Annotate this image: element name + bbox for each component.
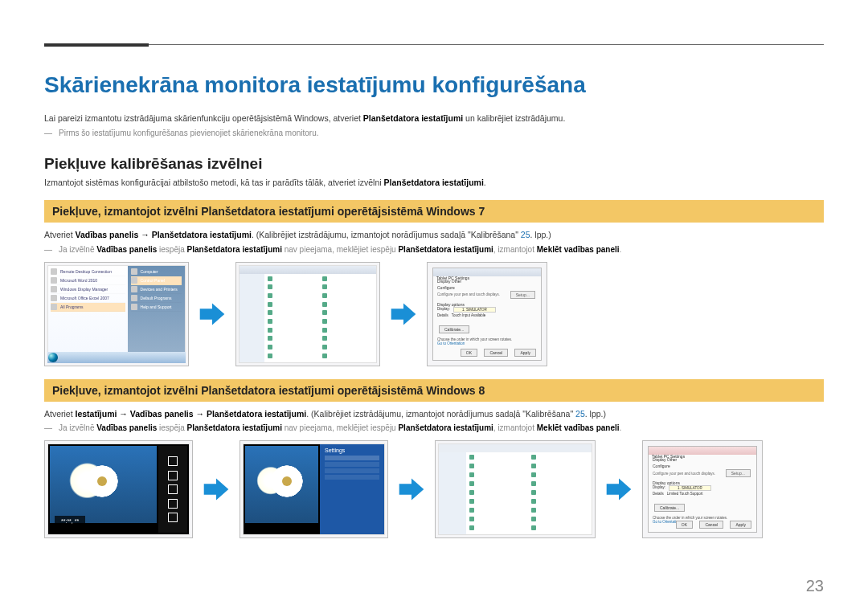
t: Control Panel <box>141 278 165 283</box>
t: All Programs <box>60 304 84 309</box>
sub-pre: Izmantojot sistēmas konfigurācijai atbil… <box>44 178 384 187</box>
start-orb-icon <box>48 353 58 362</box>
note-connect-monitor: Pirms šo iestatījumu konfigurēšanas piev… <box>44 129 824 137</box>
display-value: 1. SIMULATOR <box>453 307 496 313</box>
t: iespēja <box>157 423 186 432</box>
t: . lpp.) <box>585 409 606 419</box>
t: , izmantojot <box>493 423 537 432</box>
win7-note: Ja izvēlnē Vadības panelis iespēja Planš… <box>44 245 824 254</box>
t: Windows Display Manager <box>60 287 108 292</box>
intro-post: un kalibrējiet izstrādājumu. <box>463 113 565 123</box>
t: nav pieejama, meklējiet iespēju <box>282 245 399 254</box>
win8-note: Ja izvēlnē Vadības panelis iespēja Planš… <box>44 423 824 432</box>
t: , izmantojot <box>493 245 537 254</box>
t: Microsoft Office Excel 2007 <box>60 296 109 300</box>
calibrate-button: Calibrate... <box>439 325 469 333</box>
t: nav pieejama, meklējiet iespēju <box>282 423 399 432</box>
taskbar <box>47 352 186 363</box>
screenshot-win7-start-menu: Remote Desktop Connection Microsoft Word… <box>44 262 189 366</box>
t: . (Kalibrējiet izstrādājumu, izmantojot … <box>252 230 521 239</box>
start-item: Default Programs <box>131 294 182 303</box>
screenshot-win7-tablet-settings: Tablet PC Settings Display Other Configu… <box>427 262 547 366</box>
dialog-title: Tablet PC Settings <box>649 447 756 455</box>
sub-bold: Planšetdatora iestatījumi <box>384 178 484 187</box>
start-item: Microsoft Office Excel 2007 <box>51 294 125 303</box>
win7-flow: Remote Desktop Connection Microsoft Word… <box>44 262 824 366</box>
dialog-title: Tablet PC Settings <box>433 268 541 276</box>
apply-button: Apply <box>514 349 536 357</box>
t: Vadības panelis <box>96 423 157 432</box>
setup-button: Setup... <box>510 291 535 299</box>
screenshot-win8-tablet-settings: Tablet PC Settings Display Other Configu… <box>642 440 763 538</box>
intro-pre: Lai pareizi izmantotu izstrādājuma skāri… <box>44 113 363 123</box>
t: Meklēt vadības paneli <box>537 245 620 254</box>
t: Details <box>653 492 664 496</box>
t: Configure your pen and touch displays. <box>653 472 715 476</box>
settings-charm-icon <box>168 513 178 522</box>
share-charm-icon <box>168 471 178 480</box>
t: Atveriet <box>44 230 76 239</box>
page-ref-link[interactable]: 25 <box>575 409 585 419</box>
screenshot-win8-control-panel <box>435 440 596 538</box>
cancel-button: Cancel <box>699 521 723 529</box>
win8-flow: **:**, ** Settings <box>44 440 824 538</box>
win7-instruction: Atveriet Vadības panelis → Planšetdatora… <box>44 229 824 242</box>
arrow-right-icon <box>203 476 230 503</box>
clock-overlay: **:**, ** <box>55 516 85 526</box>
cancel-button: Cancel <box>484 349 508 357</box>
t: . <box>620 423 622 432</box>
arrow-right-icon <box>605 476 633 503</box>
t: Atveriet <box>44 409 76 419</box>
arrow-right-icon <box>199 300 226 328</box>
sub-post: . <box>484 178 486 187</box>
start-item: Windows Display Manager <box>51 285 125 294</box>
t: Microsoft Word 2010 <box>60 278 97 283</box>
display-value: 1. SIMULATOR <box>669 485 711 491</box>
t: Computer <box>141 269 158 274</box>
header-rule <box>44 44 824 45</box>
t: Display: <box>653 485 665 491</box>
t: . lpp.) <box>530 230 551 239</box>
apply-button: Apply <box>730 521 751 529</box>
screenshot-win7-control-panel <box>235 262 380 366</box>
t: Meklēt vadības paneli <box>537 423 620 432</box>
screenshot-win8-settings-pane: Settings <box>240 440 388 538</box>
setup-button: Setup... <box>726 469 751 477</box>
start-item: Computer <box>131 268 182 276</box>
intro-bold: Planšetdatora iestatījumi <box>363 113 463 123</box>
ok-button: OK <box>676 521 693 529</box>
start-item: Microsoft Word 2010 <box>51 276 125 285</box>
t: iespēja <box>157 245 186 254</box>
search-charm-icon <box>168 456 178 466</box>
win8-instruction: Atveriet Iestatījumi → Vadības panelis →… <box>44 408 824 421</box>
t: . <box>620 245 622 254</box>
band-windows8: Piekļuve, izmantojot izvēlni Planšetdato… <box>44 379 824 402</box>
charms-bar <box>158 446 187 533</box>
t: Vadības panelis → Planšetdatora iestatīj… <box>76 230 252 239</box>
arrow-right-icon <box>390 300 417 328</box>
t: Configure your pen and touch displays. <box>437 292 500 296</box>
t: Touch Input Available <box>452 313 485 317</box>
t: Details <box>437 313 448 317</box>
header-rule-accent <box>44 43 149 47</box>
t: Display: <box>437 307 450 313</box>
t: Help and Support <box>141 304 172 309</box>
start-item: Devices and Printers <box>131 285 182 294</box>
start-item: Help and Support <box>131 303 182 312</box>
t: Devices and Printers <box>141 287 178 292</box>
t: Vadības panelis <box>96 245 157 254</box>
intro-text: Lai pareizi izmantotu izstrādājuma skāri… <box>44 112 824 125</box>
devices-charm-icon <box>168 499 178 509</box>
section-heading: Piekļuve kalibrēšanas izvēlnei <box>44 155 824 173</box>
start-charm-icon <box>168 484 178 494</box>
t: Default Programs <box>141 296 172 300</box>
t: Ja izvēlnē <box>59 423 96 432</box>
calibrate-button: Calibrate... <box>654 504 685 512</box>
tabs: Display Other <box>653 457 752 462</box>
t: Remote Desktop Connection <box>60 269 112 274</box>
settings-pane-title: Settings <box>325 447 379 453</box>
t: Limited Touch Support <box>667 492 703 496</box>
page-ref-link[interactable]: 25 <box>521 230 530 239</box>
page-title: Skārienekrāna monitora iestatījumu konfi… <box>44 72 824 98</box>
arrow-right-icon <box>398 476 425 503</box>
